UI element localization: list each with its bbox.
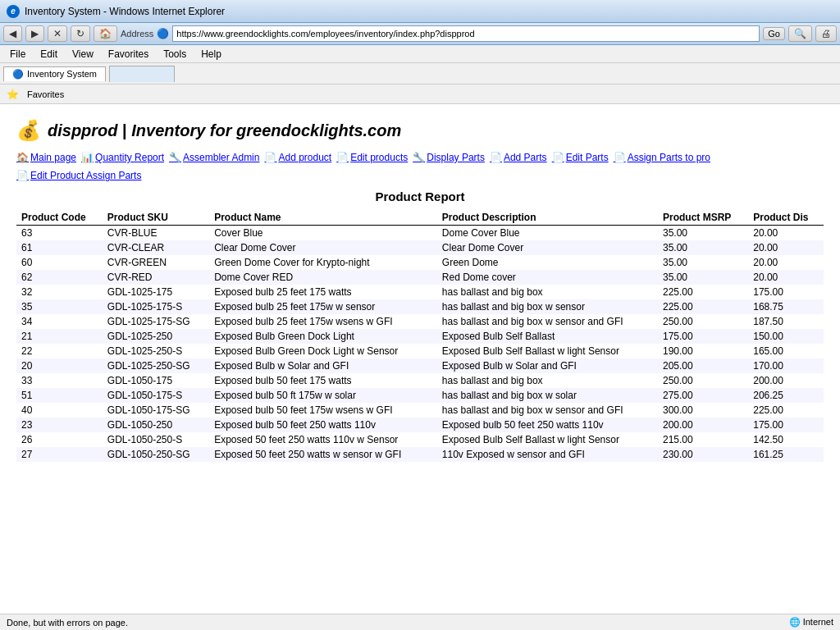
nav-edit-assign-icon: 📄 <box>16 170 29 181</box>
address-bar: Address 🔵 Go <box>121 25 785 42</box>
cell-description: Exposed Bulb Self Ballast <box>437 329 658 344</box>
cell-sku: GDL-1050-175-SG <box>103 403 209 418</box>
cell-code: 63 <box>16 226 103 241</box>
refresh-button[interactable]: ↻ <box>71 25 90 42</box>
tab-inventory[interactable]: 🔵 Inventory System <box>3 66 106 81</box>
nav-main-page[interactable]: 🏠 Main page <box>16 152 76 163</box>
product-table: Product Code Product SKU Product Name Pr… <box>16 210 824 462</box>
nav-main-page-icon: 🏠 <box>16 152 29 163</box>
cell-dis: 170.00 <box>748 358 824 373</box>
cell-name: Exposed bulb 50 ft 175w w solar <box>209 388 437 403</box>
nav-edit-product-assign[interactable]: 📄 Edit Product Assign Parts <box>16 170 141 181</box>
cell-msrp: 250.00 <box>658 314 748 329</box>
cell-code: 61 <box>16 240 103 255</box>
cell-description: Red Dome cover <box>437 270 658 285</box>
cell-msrp: 230.00 <box>658 447 748 462</box>
nav-assign-parts[interactable]: 📄 Assign Parts to pro <box>614 152 710 163</box>
cell-msrp: 35.00 <box>658 240 748 255</box>
search-button[interactable]: 🔍 <box>788 25 812 42</box>
table-row: 61CVR-CLEARClear Dome CoverClear Dome Co… <box>16 240 824 255</box>
cell-code: 62 <box>16 270 103 285</box>
print-button[interactable]: 🖨 <box>815 25 837 42</box>
cell-name: Exposed bulb 25 feet 175w wsens w GFI <box>209 314 437 329</box>
cell-code: 51 <box>16 388 103 403</box>
cell-code: 20 <box>16 358 103 373</box>
cell-sku: GDL-1025-250-S <box>103 344 209 358</box>
cell-dis: 165.00 <box>748 344 824 358</box>
nav-display-parts[interactable]: 🔧 Display Parts <box>413 152 485 163</box>
table-row: 23GDL-1050-250Exposed bulb 50 feet 250 w… <box>16 418 824 432</box>
cell-name: Green Dome Cover for Krypto-night <box>209 255 437 270</box>
nav-toolbar: ◀ ▶ ✕ ↻ 🏠 Address 🔵 Go 🔍 🖨 <box>0 23 840 45</box>
cell-description: has ballast and big box w sensor <box>437 299 658 314</box>
go-button[interactable]: Go <box>763 27 785 40</box>
title-sep: | <box>118 121 132 139</box>
table-row: 21GDL-1025-250Exposed Bulb Green Dock Li… <box>16 329 824 344</box>
cell-dis: 206.25 <box>748 388 824 403</box>
menu-tools[interactable]: Tools <box>157 47 193 62</box>
menu-favorites[interactable]: Favorites <box>102 47 155 62</box>
cell-name: Exposed Bulb Green Dock Light <box>209 329 437 344</box>
cell-sku: CVR-GREEN <box>103 255 209 270</box>
nav-assembler-admin[interactable]: 🔧 Assembler Admin <box>169 152 259 163</box>
cell-sku: GDL-1025-250 <box>103 329 209 344</box>
nav-edit-parts[interactable]: 📄 Edit Parts <box>552 152 609 163</box>
cell-msrp: 175.00 <box>658 329 748 344</box>
cell-dis: 175.00 <box>748 285 824 299</box>
stop-button[interactable]: ✕ <box>48 25 67 42</box>
new-tab-area[interactable] <box>109 66 175 82</box>
cell-name: Exposed bulb 25 feet 175w w sensor <box>209 299 437 314</box>
menu-bar: File Edit View Favorites Tools Help <box>0 45 840 63</box>
nav-edit-parts-icon: 📄 <box>552 152 564 163</box>
cell-name: Exposed bulb 50 feet 175w wsens w GFI <box>209 403 437 418</box>
cell-description: has ballast and big box w sensor and GFI <box>437 403 658 418</box>
table-header-row: Product Code Product SKU Product Name Pr… <box>16 210 824 226</box>
cell-name: Exposed bulb 50 feet 250 watts 110v <box>209 418 437 432</box>
cell-dis: 142.50 <box>748 432 824 447</box>
favorites-link[interactable]: Favorites <box>27 89 64 99</box>
cell-code: 26 <box>16 432 103 447</box>
cell-name: Dome Cover RED <box>209 270 437 285</box>
cell-name: Exposed bulb 50 feet 175 watts <box>209 373 437 388</box>
menu-file[interactable]: File <box>3 47 32 62</box>
cell-code: 35 <box>16 299 103 314</box>
col-header-dis: Product Dis <box>748 210 824 226</box>
menu-view[interactable]: View <box>66 47 100 62</box>
cell-dis: 20.00 <box>748 240 824 255</box>
page-title: dispprod | Inventory for greendocklights… <box>48 121 401 140</box>
cell-msrp: 35.00 <box>658 270 748 285</box>
address-label: Address <box>121 29 153 39</box>
cell-code: 34 <box>16 314 103 329</box>
menu-edit[interactable]: Edit <box>34 47 64 62</box>
home-button[interactable]: 🏠 <box>94 25 117 42</box>
back-button[interactable]: ◀ <box>3 25 22 42</box>
cell-msrp: 225.00 <box>658 285 748 299</box>
nav-edit-products[interactable]: 📄 Edit products <box>336 152 408 163</box>
cell-dis: 20.00 <box>748 255 824 270</box>
title-prefix: dispprod <box>48 121 118 139</box>
report-title: Product Report <box>16 189 824 203</box>
cell-description: has ballast and big box <box>437 373 658 388</box>
cell-code: 21 <box>16 329 103 344</box>
cell-code: 23 <box>16 418 103 432</box>
table-row: 33GDL-1050-175Exposed bulb 50 feet 175 w… <box>16 373 824 388</box>
cell-code: 60 <box>16 255 103 270</box>
table-row: 51GDL-1050-175-SExposed bulb 50 ft 175w … <box>16 388 824 403</box>
table-row: 27GDL-1050-250-SGExposed 50 feet 250 wat… <box>16 447 824 462</box>
cell-sku: GDL-1050-250-SG <box>103 447 209 462</box>
col-header-msrp: Product MSRP <box>658 210 748 226</box>
cell-sku: CVR-BLUE <box>103 226 209 241</box>
nav-links-row2: 📄 Edit Product Assign Parts <box>16 170 824 181</box>
forward-button[interactable]: ▶ <box>25 25 44 42</box>
nav-links-row1: 🏠 Main page 📊 Quantity Report 🔧 Assemble… <box>16 152 824 163</box>
col-header-name: Product Name <box>209 210 437 226</box>
page-content: 💰 dispprod | Inventory for greendockligh… <box>0 104 840 619</box>
nav-quantity-report[interactable]: 📊 Quantity Report <box>81 152 164 163</box>
menu-help[interactable]: Help <box>194 47 228 62</box>
cell-name: Clear Dome Cover <box>209 240 437 255</box>
nav-add-product[interactable]: 📄 Add product <box>264 152 331 163</box>
cell-msrp: 35.00 <box>658 226 748 241</box>
address-input[interactable] <box>172 25 760 42</box>
nav-add-parts[interactable]: 📄 Add Parts <box>490 152 547 163</box>
col-header-desc: Product Description <box>437 210 658 226</box>
